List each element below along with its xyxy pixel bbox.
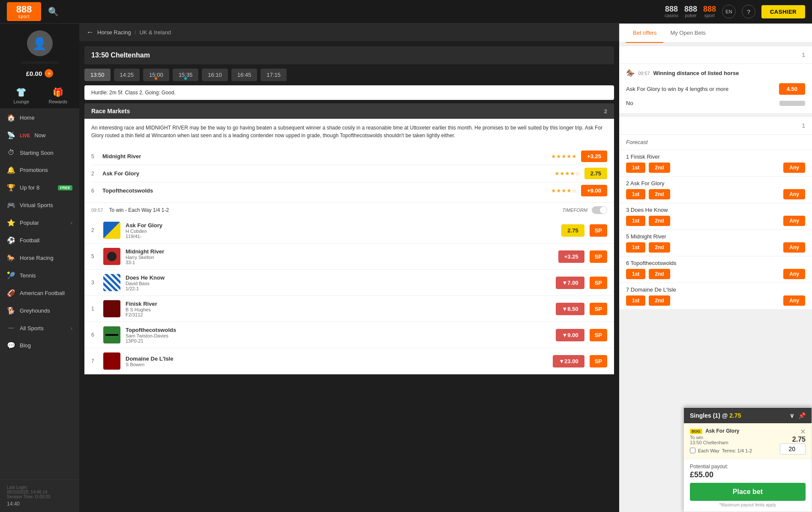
each-way-toggle[interactable]	[592, 206, 607, 214]
cashier-button[interactable]: CASHIER	[761, 5, 805, 18]
odds-yellow-ask-for-glory[interactable]: 2.75	[561, 224, 584, 237]
brand-poker: 888 poker	[684, 5, 697, 18]
tab-bet-offers[interactable]: Bet offers	[626, 24, 663, 43]
midnight-1st-btn[interactable]: 1st	[626, 242, 645, 253]
sp-btn-midnight-river[interactable]: SP	[590, 250, 607, 263]
ask-any-btn[interactable]: Any	[783, 189, 805, 199]
live-badge: LIVE	[20, 133, 30, 138]
nav-live[interactable]: 📡 LIVE Now	[0, 126, 79, 144]
time-tab-1645[interactable]: 16:45	[231, 69, 258, 81]
close-bet-btn[interactable]: ✕	[800, 428, 806, 436]
does-any-btn[interactable]: Any	[783, 216, 805, 226]
nav-horse-racing[interactable]: 🐎 Horse Racing	[0, 249, 79, 267]
odds-btn-ask-for-glory[interactable]: 2.75	[584, 168, 607, 179]
forecast-runner-topof: 6 Topofthecotswolds 1st 2nd Any	[619, 256, 812, 283]
time-tab-1500[interactable]: 15:00	[143, 69, 169, 81]
time-tab-1350[interactable]: 13:50	[84, 69, 111, 81]
odds-red-midnight-river[interactable]: +3.25	[558, 250, 584, 263]
odds-btn-midnight-river[interactable]: +3.25	[581, 151, 607, 162]
special-odds-1-btn[interactable]: 4.50	[779, 83, 805, 95]
nav-virtual-sports[interactable]: 🎮 Virtual Sports	[0, 196, 79, 214]
race-description: An interesting race and MIDNIGHT RIVER m…	[84, 119, 614, 145]
each-way-time: 09:57	[91, 208, 103, 213]
odds-red-finisk-river[interactable]: ▼8.50	[556, 303, 584, 315]
domaine-any-btn[interactable]: Any	[783, 295, 805, 306]
topof-1st-btn[interactable]: 1st	[626, 269, 645, 279]
nav-greyhounds[interactable]: 🐕 Greyhounds	[0, 302, 79, 319]
nav-starting-soon[interactable]: ⏱ Starting Soon	[0, 144, 79, 161]
special-odds-2-btn[interactable]	[779, 101, 805, 106]
sp-btn-does-he-know[interactable]: SP	[590, 277, 607, 289]
forecast-runner-midnight: 5 Midnight River 1st 2nd Any	[619, 230, 812, 256]
nav-home[interactable]: 🏠 Home	[0, 109, 79, 126]
bet-odds-display: 2.75	[792, 436, 806, 443]
football-icon: ⚽	[7, 236, 15, 244]
add-funds-button[interactable]: +	[45, 69, 53, 78]
lounge-button[interactable]: 👕 Lounge	[5, 87, 38, 104]
all-sports-icon: ···	[7, 324, 15, 332]
midnight-2nd-btn[interactable]: 2nd	[649, 242, 670, 253]
sp-btn-finisk-river[interactable]: SP	[590, 303, 607, 315]
topof-any-btn[interactable]: Any	[783, 269, 805, 279]
time-tab-1535[interactable]: 15:35	[173, 69, 199, 81]
collapse-btn[interactable]: ∨	[790, 412, 794, 419]
lounge-icon: 👕	[16, 87, 27, 97]
sp-btn-domaine[interactable]: SP	[590, 355, 607, 367]
language-button[interactable]: EN	[722, 5, 736, 18]
time-tab-1610[interactable]: 16:10	[202, 69, 228, 81]
nav-up-for-8[interactable]: 🏆 Up for 8 FREE	[0, 179, 79, 196]
finisk-1st-btn[interactable]: 1st	[626, 163, 645, 173]
current-time: 14:40	[7, 501, 72, 507]
odds-red-does-he-know[interactable]: ▼7.00	[556, 277, 584, 289]
pin-btn[interactable]: 📌	[798, 412, 806, 419]
time-tab-1425[interactable]: 14:25	[114, 69, 140, 81]
odds-red-topof[interactable]: ▼9.00	[556, 329, 584, 341]
each-way-checkbox[interactable]	[690, 448, 695, 453]
odds-red-domaine[interactable]: ▼23.00	[553, 355, 584, 367]
nav-football[interactable]: ⚽ Football	[0, 232, 79, 249]
sp-btn-topof[interactable]: SP	[590, 329, 607, 341]
nav-home-label: Home	[20, 114, 35, 121]
bet-horse-badge: BOG	[690, 429, 702, 434]
search-button[interactable]: 🔍	[48, 6, 59, 17]
horse-jockey-midnight-river: Harry Skelton	[126, 255, 553, 260]
top-nav: 888 sport 🔍 888 casino 888 poker 888 spo…	[0, 0, 812, 24]
ask-1st-btn[interactable]: 1st	[626, 189, 645, 199]
nav-all-sports[interactable]: ··· All Sports ›	[0, 319, 79, 337]
domaine-2nd-btn[interactable]: 2nd	[649, 295, 670, 306]
bet-slip-footer: Potential payout: £55.00 Place bet *Maxi…	[684, 459, 812, 512]
race-specials-count: 1	[802, 51, 805, 58]
rewards-button[interactable]: 🎁 Rewards	[42, 87, 75, 104]
does-2nd-btn[interactable]: 2nd	[649, 216, 670, 226]
breadcrumb-horse-racing[interactable]: Horse Racing	[97, 29, 131, 36]
sp-btn-ask-for-glory[interactable]: SP	[590, 224, 607, 237]
finisk-any-btn[interactable]: Any	[783, 163, 805, 173]
tab-my-open-bets[interactable]: My Open Bets	[663, 24, 712, 43]
nav-american-football[interactable]: 🏈 American Football	[0, 284, 79, 302]
forecast-runner-ask: 2 Ask For Glory 1st 2nd Any	[619, 177, 812, 203]
bet-amount-input[interactable]	[780, 443, 806, 455]
place-bet-button[interactable]: Place bet	[690, 483, 806, 501]
nav-tennis[interactable]: 🎾 Tennis	[0, 267, 79, 284]
ask-2nd-btn[interactable]: 2nd	[649, 189, 670, 199]
domaine-1st-btn[interactable]: 1st	[626, 295, 645, 306]
does-1st-btn[interactable]: 1st	[626, 216, 645, 226]
nav-popular[interactable]: ⭐ Popular ›	[0, 214, 79, 232]
odds-btn-topof[interactable]: +9.00	[581, 185, 607, 196]
forecast-runner-name-topof-forecast: 6 Topofthecotswolds	[626, 260, 805, 266]
nav-live-label: Now	[34, 132, 45, 139]
time-tab-1715[interactable]: 17:15	[261, 69, 287, 81]
nav-promotions[interactable]: 🔔 Promotions	[0, 161, 79, 179]
special-option-1: Ask For Glory to win by 4 lengths or mor…	[626, 81, 805, 97]
midnight-any-btn[interactable]: Any	[783, 242, 805, 253]
topof-2nd-btn[interactable]: 2nd	[649, 269, 670, 279]
back-button[interactable]: ←	[86, 28, 94, 37]
nav-blog[interactable]: 💬 Blog	[0, 337, 79, 354]
horse-num-7: 7	[91, 358, 98, 364]
forecast-runner-finisk: 1 Finisk River 1st 2nd Any	[619, 150, 812, 177]
finisk-2nd-btn[interactable]: 2nd	[649, 163, 670, 173]
help-button[interactable]: ?	[742, 5, 755, 18]
race-description-text: An interesting race and MIDNIGHT RIVER m…	[91, 125, 602, 139]
nav-popular-label: Popular	[20, 220, 39, 226]
payout-label: Potential payout:	[690, 464, 806, 470]
